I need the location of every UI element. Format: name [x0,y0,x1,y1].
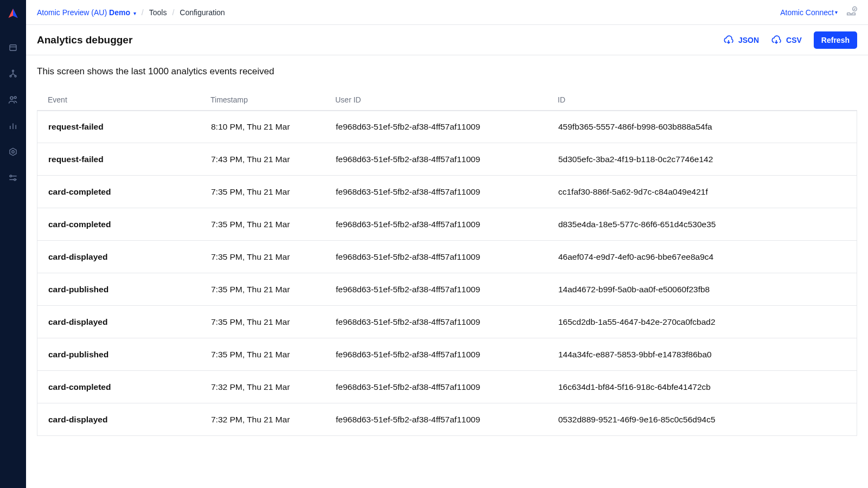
cell-timestamp: 7:35 PM, Thu 21 Mar [211,317,336,327]
table-row[interactable]: card-displayed7:32 PM, Thu 21 Marfe968d6… [37,403,857,436]
table-row[interactable]: card-displayed7:35 PM, Thu 21 Marfe968d6… [37,241,857,273]
page-title: Analytics debugger [37,34,132,46]
cell-timestamp: 7:32 PM, Thu 21 Mar [211,415,336,425]
table-header: Event Timestamp User ID ID [37,89,857,111]
cell-event: card-displayed [48,415,211,425]
breadcrumb-sep: / [172,8,174,17]
cell-id: 0532d889-9521-46f9-9e16-85c0c56d94c5 [558,415,846,425]
cell-user-id: fe968d63-51ef-5fb2-af38-4ff57af11009 [336,350,558,359]
cell-user-id: fe968d63-51ef-5fb2-af38-4ff57af11009 [336,415,558,425]
col-id: ID [558,95,846,104]
cell-event: request-failed [48,155,211,164]
download-cloud-icon [771,35,782,46]
nav-item-settings[interactable] [0,165,26,191]
refresh-button[interactable]: Refresh [814,31,857,49]
svg-point-12 [10,175,11,177]
cell-event: card-completed [48,187,211,197]
table-row[interactable]: card-displayed7:35 PM, Thu 21 Marfe968d6… [37,306,857,338]
topbar: Atomic Preview (AU) Demo ▾ / Tools / Con… [26,0,868,25]
cell-id: 459fb365-5557-486f-b998-603b888a54fa [558,122,846,132]
export-csv-button[interactable]: CSV [771,35,802,46]
col-user-id: User ID [335,95,558,104]
cell-user-id: fe968d63-51ef-5fb2-af38-4ff57af11009 [336,285,558,294]
sidebar [0,0,26,488]
topbar-right: Atomic Connect ▾ [780,5,857,19]
cell-user-id: fe968d63-51ef-5fb2-af38-4ff57af11009 [336,220,558,229]
table-body: request-failed8:10 PM, Thu 21 Marfe968d6… [37,111,857,436]
table-row[interactable]: card-published7:35 PM, Thu 21 Marfe968d6… [37,273,857,306]
cell-timestamp: 8:10 PM, Thu 21 Mar [211,122,336,132]
breadcrumb-env-label: Demo [109,8,130,17]
page-description: This screen shows the last 1000 analytic… [37,66,857,77]
breadcrumb-sep: / [142,8,144,17]
table-row[interactable]: card-completed7:35 PM, Thu 21 Marfe968d6… [37,176,857,208]
cell-event: request-failed [48,122,211,132]
breadcrumb-section[interactable]: Tools [149,8,167,17]
cell-id: cc1faf30-886f-5a62-9d7c-c84a049e421f [558,187,846,197]
logo-icon[interactable] [7,8,19,20]
col-timestamp: Timestamp [210,95,335,104]
cell-user-id: fe968d63-51ef-5fb2-af38-4ff57af11009 [336,155,558,164]
svg-point-2 [12,70,14,72]
breadcrumb-org[interactable]: Atomic Preview (AU) Demo ▾ [37,8,136,17]
svg-point-15 [14,179,16,181]
cell-id: 165cd2db-1a55-4647-b42e-270ca0fcbad2 [558,317,846,327]
events-table: Event Timestamp User ID ID request-faile… [37,89,857,436]
cell-event: card-completed [48,220,211,229]
breadcrumb-page[interactable]: Configuration [180,8,225,17]
table-row[interactable]: card-completed7:35 PM, Thu 21 Marfe968d6… [37,208,857,241]
cell-event: card-published [48,285,211,294]
cell-id: 5d305efc-3ba2-4f19-b118-0c2c7746e142 [558,155,846,164]
svg-marker-10 [10,148,16,156]
download-cloud-icon [723,35,734,46]
chevron-down-icon: ▾ [835,9,838,15]
nav-item-customers[interactable] [0,87,26,113]
table-row[interactable]: card-completed7:32 PM, Thu 21 Marfe968d6… [37,371,857,403]
col-event: Event [48,95,210,104]
cell-timestamp: 7:43 PM, Thu 21 Mar [211,155,336,164]
cell-user-id: fe968d63-51ef-5fb2-af38-4ff57af11009 [336,382,558,392]
cell-event: card-completed [48,382,211,392]
cell-user-id: fe968d63-51ef-5fb2-af38-4ff57af11009 [336,122,558,132]
nav-item-flows[interactable] [0,61,26,87]
cell-timestamp: 7:35 PM, Thu 21 Mar [211,350,336,359]
table-row[interactable]: request-failed7:43 PM, Thu 21 Marfe968d6… [37,143,857,176]
cell-timestamp: 7:35 PM, Thu 21 Mar [211,187,336,197]
cell-timestamp: 7:35 PM, Thu 21 Mar [211,220,336,229]
nav-item-config[interactable] [0,139,26,165]
cell-timestamp: 7:35 PM, Thu 21 Mar [211,285,336,294]
svg-point-5 [10,97,13,99]
main: Atomic Preview (AU) Demo ▾ / Tools / Con… [26,0,868,488]
svg-rect-0 [10,45,16,51]
cell-id: 16c634d1-bf84-5f16-918c-64bfe41472cb [558,382,846,392]
cell-timestamp: 7:32 PM, Thu 21 Mar [211,382,336,392]
table-row[interactable]: card-published7:35 PM, Thu 21 Marfe968d6… [37,338,857,371]
svg-point-11 [12,151,15,153]
atomic-connect-link[interactable]: Atomic Connect ▾ [780,8,838,17]
table-row[interactable]: request-failed8:10 PM, Thu 21 Marfe968d6… [37,111,857,143]
chevron-down-icon: ▾ [133,10,136,16]
cell-timestamp: 7:35 PM, Thu 21 Mar [211,252,336,262]
header-actions: JSON CSV Refresh [723,31,857,49]
export-json-button[interactable]: JSON [723,35,759,46]
atomic-connect-label: Atomic Connect [780,8,834,17]
breadcrumb-org-label: Atomic Preview (AU) [37,8,107,17]
svg-point-6 [14,97,16,99]
nav-item-analytics[interactable] [0,113,26,139]
cell-id: 144a34fc-e887-5853-9bbf-e14783f86ba0 [558,350,846,359]
nav-item-cards[interactable] [0,35,26,61]
export-json-label: JSON [738,36,759,44]
cell-user-id: fe968d63-51ef-5fb2-af38-4ff57af11009 [336,252,558,262]
breadcrumb: Atomic Preview (AU) Demo ▾ / Tools / Con… [37,8,225,17]
cell-id: 14ad4672-b99f-5a0b-aa0f-e50060f23fb8 [558,285,846,294]
export-csv-label: CSV [786,36,802,44]
content: This screen shows the last 1000 analytic… [26,55,868,488]
cell-user-id: fe968d63-51ef-5fb2-af38-4ff57af11009 [336,317,558,327]
cell-id: d835e4da-18e5-577c-86f6-651d4c530e35 [558,220,846,229]
inbox-check-icon[interactable] [845,5,857,19]
cell-event: card-displayed [48,317,211,327]
cell-user-id: fe968d63-51ef-5fb2-af38-4ff57af11009 [336,187,558,197]
cell-event: card-displayed [48,252,211,262]
cell-event: card-published [48,350,211,359]
page-header: Analytics debugger JSON CSV Refresh [26,25,868,55]
